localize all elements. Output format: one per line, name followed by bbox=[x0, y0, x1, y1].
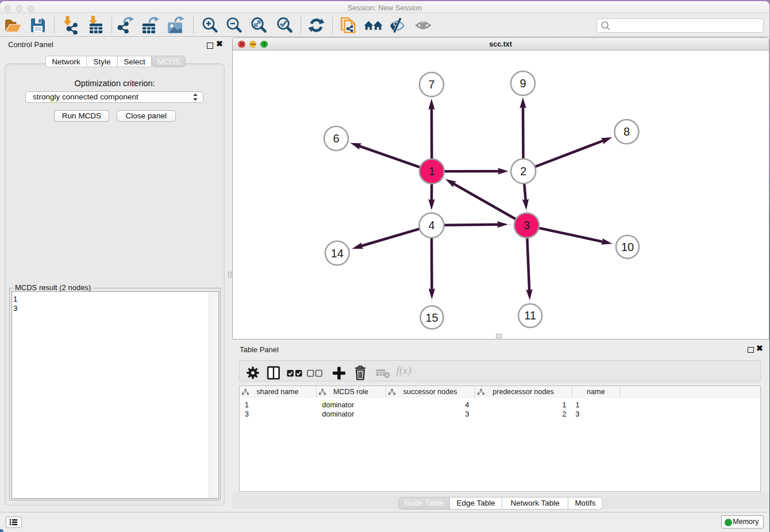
svg-text:4: 4 bbox=[428, 219, 434, 232]
svg-text:3: 3 bbox=[523, 219, 529, 232]
svg-text:1: 1 bbox=[428, 165, 434, 178]
svg-text:14: 14 bbox=[330, 247, 343, 260]
svg-text:8: 8 bbox=[623, 125, 629, 138]
svg-text:11: 11 bbox=[524, 309, 536, 322]
svg-text:15: 15 bbox=[425, 311, 438, 324]
svg-text:2: 2 bbox=[520, 165, 526, 178]
svg-text:6: 6 bbox=[333, 132, 339, 145]
svg-text:9: 9 bbox=[519, 77, 526, 90]
svg-text:10: 10 bbox=[621, 241, 633, 253]
svg-text:7: 7 bbox=[428, 78, 434, 91]
